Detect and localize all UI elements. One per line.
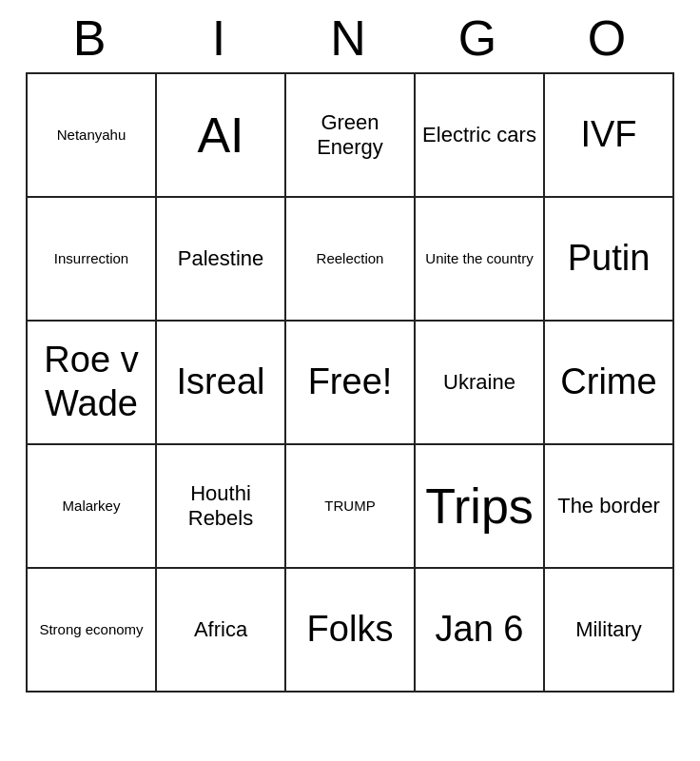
cell-text: Netanyahu (57, 127, 126, 144)
cell-text: Military (575, 617, 642, 642)
bingo-cell[interactable]: Free! (286, 322, 416, 445)
bingo-cell[interactable]: IVF (545, 74, 674, 198)
cell-text: IVF (580, 113, 636, 157)
cell-text: Unite the country (425, 250, 533, 267)
cell-text: Reelection (317, 250, 384, 267)
header-letter: G (415, 10, 544, 67)
bingo-cell[interactable]: Netanyahu (28, 74, 157, 198)
cell-text: Insurrection (54, 250, 128, 267)
cell-text: Jan 6 (436, 608, 524, 652)
cell-text: The border (557, 494, 660, 518)
bingo-cell[interactable]: Crime (545, 322, 674, 445)
bingo-cell[interactable]: AI (157, 74, 286, 198)
header-letter: I (156, 10, 285, 67)
bingo-grid: NetanyahuAIGreen EnergyElectric carsIVFI… (26, 72, 674, 693)
bingo-cell[interactable]: Putin (545, 198, 674, 322)
bingo-cell[interactable]: Isreal (157, 322, 286, 445)
cell-text: Strong economy (39, 621, 143, 638)
bingo-cell[interactable]: Africa (157, 569, 286, 693)
bingo-cell[interactable]: Roe v Wade (28, 322, 157, 445)
cell-text: Isreal (177, 361, 265, 404)
bingo-cell[interactable]: Green Energy (286, 74, 416, 198)
bingo-cell[interactable]: Electric cars (416, 74, 545, 198)
bingo-cell[interactable]: Ukraine (416, 322, 545, 445)
bingo-header: BINGO (27, 10, 673, 67)
cell-text: Electric cars (422, 123, 536, 147)
bingo-cell[interactable]: Malarkey (28, 445, 157, 569)
bingo-cell[interactable]: Jan 6 (416, 569, 545, 693)
bingo-cell[interactable]: Trips (416, 445, 545, 569)
cell-text: Trips (425, 477, 534, 536)
bingo-cell[interactable]: Folks (286, 569, 416, 693)
bingo-cell[interactable]: TRUMP (286, 445, 416, 569)
cell-text: Folks (307, 608, 394, 652)
cell-text: AI (197, 106, 243, 165)
cell-text: Houthi Rebels (163, 481, 279, 532)
cell-text: Putin (568, 237, 651, 281)
bingo-cell[interactable]: Insurrection (28, 198, 157, 322)
cell-text: Green Energy (292, 110, 408, 161)
bingo-cell[interactable]: Unite the country (416, 198, 545, 322)
bingo-cell[interactable]: Strong economy (28, 569, 157, 693)
cell-text: Malarkey (63, 498, 121, 515)
header-letter: N (285, 10, 415, 67)
header-letter: O (544, 10, 673, 67)
bingo-cell[interactable]: The border (545, 445, 674, 569)
bingo-cell[interactable]: Palestine (157, 198, 286, 322)
bingo-cell[interactable]: Military (545, 569, 674, 693)
cell-text: Ukraine (443, 370, 515, 395)
cell-text: TRUMP (324, 498, 375, 515)
cell-text: Crime (560, 361, 656, 404)
cell-text: Africa (194, 617, 247, 642)
bingo-cell[interactable]: Houthi Rebels (157, 445, 286, 569)
cell-text: Roe v Wade (33, 339, 149, 425)
cell-text: Free! (308, 361, 393, 404)
header-letter: B (27, 10, 156, 67)
bingo-cell[interactable]: Reelection (286, 198, 416, 322)
cell-text: Palestine (178, 246, 264, 271)
